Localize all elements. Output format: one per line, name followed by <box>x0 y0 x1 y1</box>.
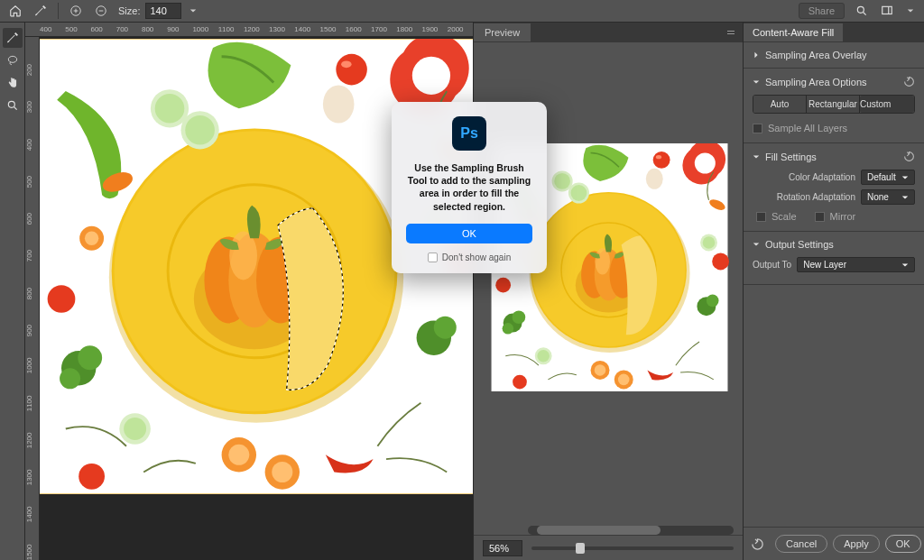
zoom-value[interactable]: 56% <box>483 540 522 556</box>
options-bar: Size: Share <box>0 0 924 23</box>
info-dialog: Ps Use the Sampling Brush Tool to add to… <box>392 102 547 273</box>
scale-checkbox-row[interactable]: Scale <box>756 209 797 224</box>
svg-rect-41 <box>882 6 892 14</box>
preview-tab[interactable]: Preview <box>474 23 531 41</box>
svg-rect-45 <box>727 33 735 34</box>
ok-button[interactable]: OK <box>885 535 921 553</box>
checkbox-icon[interactable] <box>753 124 762 133</box>
cancel-button[interactable]: Cancel <box>775 535 827 553</box>
photoshop-logo-icon: Ps <box>452 116 486 151</box>
reset-icon[interactable] <box>903 151 915 162</box>
size-input[interactable] <box>145 3 181 19</box>
chevron-down-icon[interactable] <box>904 5 917 17</box>
home-icon[interactable] <box>7 3 23 19</box>
dont-show-again-row[interactable]: Don't show again <box>406 252 532 262</box>
checkbox-icon[interactable] <box>428 252 438 262</box>
chevron-down-icon[interactable] <box>753 241 760 248</box>
rotation-adaptation-select[interactable]: None <box>861 189 915 205</box>
svg-rect-44 <box>727 31 735 32</box>
output-to-select[interactable]: New Layer <box>797 257 915 272</box>
sampling-brush-tool[interactable] <box>3 28 23 48</box>
reset-all-icon[interactable] <box>751 537 764 551</box>
zoom-slider[interactable] <box>531 546 734 550</box>
chevron-down-icon[interactable] <box>753 78 760 86</box>
dialog-message: Use the Sampling Brush Tool to add to th… <box>406 161 532 213</box>
subtract-brush-icon[interactable] <box>93 3 109 19</box>
seg-rectangular[interactable]: Rectangular <box>807 96 860 113</box>
hand-tool[interactable] <box>3 73 23 93</box>
chevron-down-icon[interactable] <box>187 5 199 17</box>
seg-custom[interactable]: Custom <box>860 96 914 113</box>
preview-scrollbar[interactable] <box>528 526 734 535</box>
seg-auto[interactable]: Auto <box>753 96 807 113</box>
apply-button[interactable]: Apply <box>833 535 880 553</box>
options-section-label[interactable]: Sampling Area Options <box>765 77 867 87</box>
rotation-adaptation-label: Rotation Adaptation <box>753 192 855 202</box>
fill-section-label[interactable]: Fill Settings <box>765 151 817 162</box>
color-adaptation-label: Color Adaptation <box>753 172 855 182</box>
size-label: Size: <box>118 5 140 16</box>
ruler-horizontal: 4005006007008009001000110012001300140015… <box>25 23 473 37</box>
workspace-icon[interactable] <box>879 3 895 19</box>
zoom-tool[interactable] <box>3 96 23 115</box>
lasso-tool[interactable] <box>3 50 23 70</box>
sample-all-label: Sample All Layers <box>768 123 847 133</box>
color-adaptation-select[interactable]: Default <box>861 170 915 185</box>
collapse-icon[interactable] <box>719 28 743 37</box>
panel-title: Content-Aware Fill <box>744 23 843 41</box>
share-button[interactable]: Share <box>799 3 845 19</box>
ruler-vertical: 2003004005006007008009001000110012001300… <box>25 37 40 560</box>
chevron-right-icon[interactable] <box>753 51 760 59</box>
search-icon[interactable] <box>854 3 870 19</box>
svg-point-43 <box>8 101 14 107</box>
toolbar <box>0 23 25 560</box>
dont-show-label: Don't show again <box>442 252 511 262</box>
output-section-label[interactable]: Output Settings <box>765 239 834 250</box>
overlay-section-label[interactable]: Sampling Area Overlay <box>765 50 867 60</box>
sampling-mode-segment: Auto Rectangular Custom <box>753 95 915 114</box>
brush-icon[interactable] <box>32 3 49 19</box>
add-brush-icon[interactable] <box>68 3 84 19</box>
sample-all-layers-row[interactable]: Sample All Layers <box>753 121 915 135</box>
chevron-down-icon[interactable] <box>753 153 760 161</box>
content-aware-fill-panel: Content-Aware Fill Sampling Area Overlay… <box>744 23 924 560</box>
mirror-checkbox-row[interactable]: Mirror <box>815 209 856 224</box>
reset-icon[interactable] <box>903 76 915 87</box>
output-to-label: Output To <box>753 260 791 270</box>
svg-point-42 <box>8 56 16 62</box>
svg-point-40 <box>857 6 864 13</box>
dialog-ok-button[interactable]: OK <box>406 224 532 243</box>
